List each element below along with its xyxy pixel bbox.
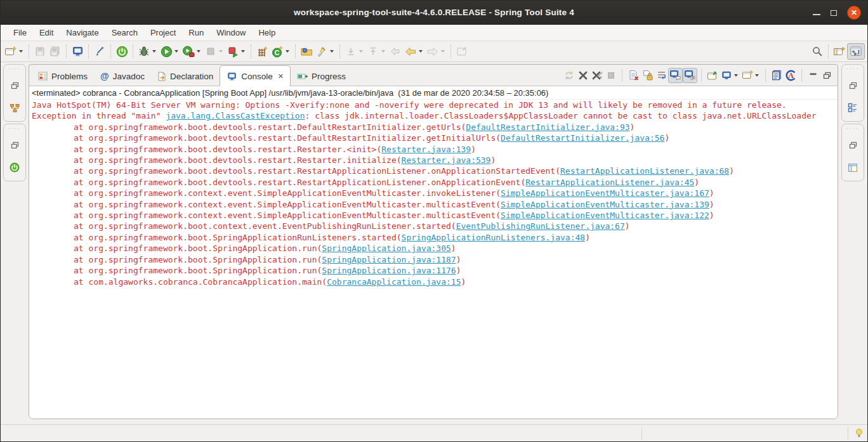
exception-link[interactable]: java.lang.ClassCastException xyxy=(166,111,305,120)
stack-frame-link[interactable]: SimpleApplicationEventMulticaster.java:1… xyxy=(501,211,709,220)
stack-frame-link[interactable]: RestartApplicationListener.java:68 xyxy=(560,166,729,176)
open-console-button[interactable] xyxy=(740,68,754,83)
profile-dropdown[interactable] xyxy=(197,50,201,53)
new-wizard-button[interactable] xyxy=(3,43,18,60)
profile-button[interactable] xyxy=(181,43,196,60)
svg-text:J: J xyxy=(857,49,860,56)
stack-frame-link[interactable]: SimpleApplicationEventMulticaster.java:1… xyxy=(501,188,709,198)
stack-frame-link[interactable]: DefaultRestartInitializer.java:93 xyxy=(466,122,629,132)
drag-handle-icon[interactable]: ···· xyxy=(846,67,859,70)
mark-occurrences-button[interactable] xyxy=(92,43,107,60)
close-tab-icon[interactable]: ✕ xyxy=(278,72,284,81)
pin-console-button[interactable] xyxy=(706,68,720,83)
tab-console[interactable]: Console ✕ xyxy=(220,65,291,86)
new-java-class-button[interactable]: C xyxy=(270,43,285,60)
remove-all-terminated-button[interactable] xyxy=(590,68,604,83)
run-button[interactable] xyxy=(159,43,174,60)
maximize-view-button[interactable] xyxy=(820,68,834,83)
stack-frame-line: at org.springframework.boot.SpringApplic… xyxy=(32,265,838,276)
ansi-console-button[interactable]: A xyxy=(784,68,798,83)
show-stdout-toggle[interactable] xyxy=(668,68,683,83)
drag-handle-icon[interactable]: ···· xyxy=(8,126,21,130)
new-java-project-button[interactable] xyxy=(254,43,270,60)
stack-frame-suffix: ) xyxy=(709,211,714,220)
stack-frame-link[interactable]: SpringApplication.java:305 xyxy=(322,244,451,253)
tab-problems[interactable]: Problems xyxy=(32,67,94,86)
stack-frame-link[interactable]: RestartApplicationListener.java:45 xyxy=(525,178,694,187)
stack-frame-link[interactable]: EventPublishingRunListener.java:67 xyxy=(456,221,625,231)
stack-frame-link[interactable]: CobrancaApplication.java:15 xyxy=(327,277,461,287)
display-console-dropdown[interactable] xyxy=(734,74,738,77)
stack-frame-link[interactable]: SimpleApplicationEventMulticaster.java:1… xyxy=(501,200,709,209)
console-log-button[interactable] xyxy=(770,68,784,83)
run-history-button[interactable] xyxy=(225,43,240,60)
spring-boot-button[interactable] xyxy=(114,43,129,60)
menu-item[interactable]: Project xyxy=(144,26,182,39)
stack-frame-link[interactable]: Restarter.java:139 xyxy=(381,145,471,154)
menu-item[interactable]: Help xyxy=(252,26,282,39)
java-perspective-button[interactable]: J xyxy=(847,43,865,60)
stack-frame-link[interactable]: DefaultRestartInitializer.java:56 xyxy=(501,133,664,143)
clear-console-button[interactable] xyxy=(626,68,640,83)
restore-view-button[interactable] xyxy=(845,79,860,93)
display-selected-console-button[interactable] xyxy=(720,68,733,83)
menu-item[interactable]: Search xyxy=(105,26,144,39)
search-magnifier-button[interactable] xyxy=(810,43,825,60)
minimize-view-button[interactable] xyxy=(806,68,820,83)
show-stderr-toggle[interactable] xyxy=(683,68,697,83)
search-dropdown[interactable] xyxy=(330,50,334,53)
window-title: workspace-spring-tool-suite-4-4.6.0.RELE… xyxy=(294,8,574,17)
console-output[interactable]: <terminated> cobranca - CobrancaApplicat… xyxy=(29,86,838,419)
debug-dropdown[interactable] xyxy=(152,50,156,53)
stack-frame-link[interactable]: Restarter.java:539 xyxy=(402,155,491,165)
run-history-dropdown[interactable] xyxy=(241,50,245,53)
restore-view-button[interactable] xyxy=(7,79,22,93)
menu-item[interactable]: File xyxy=(7,26,33,39)
new-java-class-dropdown[interactable] xyxy=(286,50,289,53)
package-explorer-icon xyxy=(10,103,20,113)
maximize-window-icon[interactable] xyxy=(831,10,837,16)
save-all-button[interactable] xyxy=(48,43,63,60)
back-dropdown[interactable] xyxy=(419,50,423,53)
menu-item[interactable]: Edit xyxy=(33,26,60,39)
menu-item[interactable]: Run xyxy=(182,26,210,39)
search-flashlight-button[interactable] xyxy=(314,43,329,60)
stack-frame-link[interactable]: SpringApplicationRunListeners.java:48 xyxy=(402,233,586,242)
tab-progress[interactable]: Progress xyxy=(291,67,352,86)
minimize-window-icon[interactable] xyxy=(813,14,820,15)
back-button[interactable] xyxy=(403,43,418,60)
drag-handle-icon[interactable]: ···· xyxy=(846,126,859,130)
tab-declaration[interactable]: Declaration xyxy=(151,67,220,86)
scroll-lock-button[interactable] xyxy=(640,68,654,83)
debug-button[interactable] xyxy=(136,43,152,60)
stack-frame-link[interactable]: SpringApplication.java:1187 xyxy=(322,255,456,264)
open-perspective-button[interactable] xyxy=(832,43,847,60)
stack-frame-suffix: ) xyxy=(490,155,496,165)
new-wizard-dropdown[interactable] xyxy=(19,50,23,53)
tab-javadoc[interactable]: @ Javadoc xyxy=(94,67,151,86)
open-console-dropdown[interactable] xyxy=(755,74,759,77)
menu-item[interactable]: Navigate xyxy=(60,26,105,39)
run-dropdown[interactable] xyxy=(174,50,178,53)
terminal-button[interactable] xyxy=(70,43,85,60)
outline-view-button[interactable] xyxy=(845,101,860,115)
restore-view-button[interactable] xyxy=(845,138,860,152)
task-list-view-button[interactable] xyxy=(845,160,860,174)
stack-frame-line: at org.springframework.boot.context.even… xyxy=(32,221,838,231)
boot-dashboard-button[interactable] xyxy=(7,160,22,174)
stack-frame-link[interactable]: SpringApplication.java:1176 xyxy=(322,266,456,275)
stop-button[interactable] xyxy=(203,43,218,60)
remove-launch-button[interactable] xyxy=(576,68,590,83)
word-wrap-button[interactable] xyxy=(654,68,668,83)
menubar: FileEditNavigateSearchProjectRunWindowHe… xyxy=(1,25,867,41)
new-java-class-icon: C xyxy=(272,46,284,58)
tip-lightbulb-icon[interactable] xyxy=(855,428,863,441)
open-type-button[interactable] xyxy=(299,43,314,60)
stop-icon xyxy=(205,46,216,57)
package-explorer-button[interactable] xyxy=(7,101,22,115)
restore-view-button[interactable] xyxy=(7,138,22,152)
menu-item[interactable]: Window xyxy=(210,26,252,39)
save-button[interactable] xyxy=(32,43,48,60)
close-window-icon[interactable]: ✕ xyxy=(847,6,861,20)
drag-handle-icon[interactable]: ···· xyxy=(8,67,21,70)
